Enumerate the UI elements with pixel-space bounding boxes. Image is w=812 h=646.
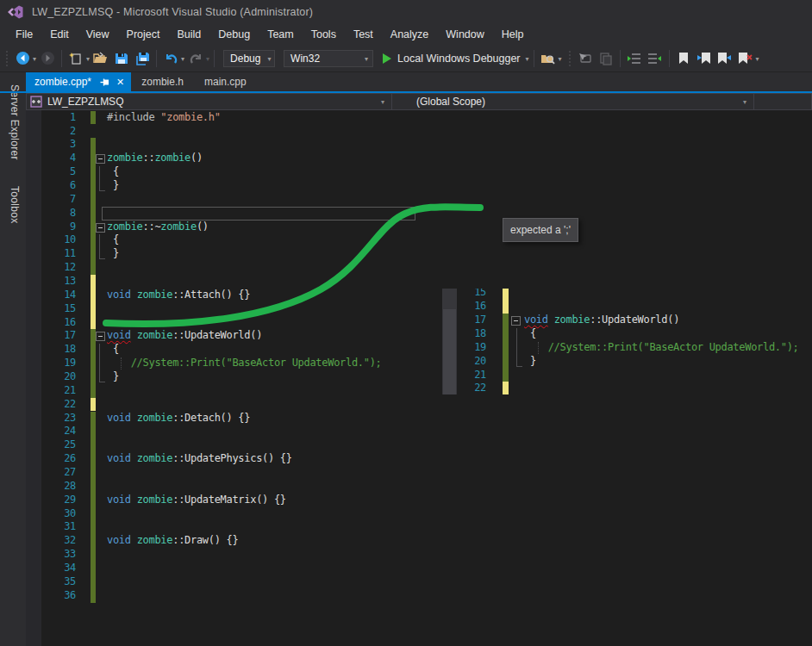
code-line-10[interactable]: 10 {: [26, 233, 812, 247]
code-line-2[interactable]: 2: [26, 125, 812, 139]
code-line-30[interactable]: 30: [26, 507, 812, 521]
fold-collapse-icon[interactable]: [96, 223, 105, 233]
redo-dropdown[interactable]: ▾: [206, 55, 209, 63]
menu-window[interactable]: Window: [437, 26, 492, 43]
code-line-9[interactable]: 9zombie::~zombie(): [26, 221, 812, 234]
code-line-29[interactable]: 29void zombie::UpdateMatrix() {}: [26, 494, 812, 507]
menu-edit[interactable]: Edit: [41, 26, 78, 43]
menu-project[interactable]: Project: [118, 26, 169, 43]
bookmark-toggle-button[interactable]: [674, 48, 693, 69]
indent-increase-button[interactable]: [646, 48, 665, 69]
menu-build[interactable]: Build: [168, 26, 209, 43]
token: void: [107, 289, 131, 301]
code-line-1[interactable]: 1#include "zombie.h": [26, 111, 812, 125]
toolbar-grip[interactable]: [566, 51, 575, 66]
fold-collapse-icon[interactable]: [96, 332, 105, 341]
bookmark-clear-button[interactable]: [736, 48, 755, 69]
code-line-20[interactable]: 20 }: [442, 355, 812, 369]
navigate-back-button[interactable]: [13, 48, 32, 69]
menu-analyze[interactable]: Analyze: [382, 26, 437, 43]
code-line-22[interactable]: 22: [26, 398, 812, 412]
code-line-6[interactable]: 6 }: [26, 179, 812, 193]
sidebar-item-server-explorer[interactable]: Server Explorer: [0, 76, 26, 169]
code-line-21[interactable]: 21: [442, 369, 812, 382]
bookmark-next-button[interactable]: [715, 48, 734, 69]
code-line-28[interactable]: 28: [26, 480, 812, 494]
brace-scope-line: [99, 234, 100, 258]
code-line-16[interactable]: 16: [442, 300, 812, 314]
code-line-15[interactable]: 15: [442, 289, 812, 300]
code-line-22[interactable]: 22: [442, 382, 812, 394]
solution-config-combo[interactable]: Debug ▾: [223, 50, 275, 67]
code-line-23[interactable]: 23void zombie::Detach() {}: [26, 412, 812, 425]
code-line-32[interactable]: 32void zombie::Draw() {}: [26, 534, 812, 548]
code-line-13[interactable]: 13: [26, 275, 812, 289]
platform-combo[interactable]: Win32 ▾: [284, 50, 373, 67]
token: }: [107, 179, 119, 191]
sidebar-item-toolbox[interactable]: Toolbox: [0, 177, 26, 232]
indent-decrease-button[interactable]: [625, 48, 644, 69]
code-line-5[interactable]: 5 {: [26, 165, 812, 179]
code-text: void zombie::Attach() {}: [107, 289, 250, 301]
code-line-31[interactable]: 31: [26, 520, 812, 534]
menu-help[interactable]: Help: [493, 26, 533, 43]
quick-info-button[interactable]: [597, 48, 615, 69]
code-text: zombie::zombie(): [107, 152, 203, 164]
redo-button[interactable]: [186, 48, 205, 69]
code-line-11[interactable]: 11 }: [26, 247, 812, 261]
code-line-26[interactable]: 26void zombie::UpdatePhysics() {}: [26, 452, 812, 466]
code-line-12[interactable]: 12: [26, 261, 812, 275]
undo-dropdown[interactable]: ▾: [181, 55, 184, 63]
code-line-24[interactable]: 24: [26, 425, 812, 438]
code-line-27[interactable]: 27: [26, 466, 812, 480]
code-line-17[interactable]: 17void zombie::UpdateWorld(): [442, 314, 812, 327]
chevron-down-icon: ▾: [526, 55, 529, 63]
token: [131, 494, 137, 506]
code-line-7[interactable]: 7: [26, 193, 812, 207]
menu-debug[interactable]: Debug: [209, 26, 259, 43]
code-line-34[interactable]: 34: [26, 562, 812, 575]
scope-combo[interactable]: (Global Scope) ▾: [392, 93, 754, 110]
pin-icon[interactable]: [100, 78, 109, 87]
menu-tools[interactable]: Tools: [303, 26, 345, 43]
undo-button[interactable]: [161, 48, 180, 69]
code-line-25[interactable]: 25: [26, 438, 812, 452]
fold-collapse-icon[interactable]: [96, 154, 105, 164]
token: ::UpdateWorld(): [590, 314, 679, 326]
find-in-files-button[interactable]: [539, 48, 558, 69]
code-line-19[interactable]: 19 //System::Print("BaseActor UpdateWorl…: [442, 341, 812, 355]
new-item-button[interactable]: [66, 48, 85, 69]
code-line-3[interactable]: 3: [26, 138, 812, 152]
menu-test[interactable]: Test: [345, 26, 382, 43]
navigate-forward-button[interactable]: [38, 48, 57, 69]
code-line-33[interactable]: 33: [26, 548, 812, 562]
project-scope-combo[interactable]: LW_EZPZLMSQ ▾: [26, 93, 392, 110]
fold-collapse-icon[interactable]: [511, 316, 521, 326]
menu-view[interactable]: View: [78, 26, 118, 43]
menu-file[interactable]: File: [7, 26, 41, 43]
code-editor[interactable]: 1#include "zombie.h"234zombie::zombie()5…: [26, 110, 812, 646]
menu-team[interactable]: Team: [259, 26, 303, 43]
bookmark-previous-button[interactable]: [695, 48, 714, 69]
code-line-35[interactable]: 35: [26, 575, 812, 589]
open-file-button[interactable]: [91, 48, 110, 69]
new-item-dropdown[interactable]: ▾: [86, 55, 90, 63]
tab-zombie-cpp-[interactable]: zombie.cpp*✕: [26, 72, 131, 91]
save-button[interactable]: [112, 48, 131, 69]
tab-zombie-h[interactable]: zombie.h: [131, 72, 194, 91]
start-debug-button[interactable]: Local Windows Debugger ▾: [382, 49, 529, 68]
code-line-36[interactable]: 36: [26, 589, 812, 603]
close-icon[interactable]: ✕: [116, 77, 124, 88]
toolbar-overflow-button[interactable]: ▾: [559, 55, 562, 63]
token: ::Attach() {}: [172, 289, 250, 301]
text-editor-overflow-button[interactable]: ▾: [756, 55, 759, 63]
member-list-button[interactable]: [576, 48, 595, 69]
code-line-4[interactable]: 4zombie::zombie(): [26, 152, 812, 165]
tab-main-cpp[interactable]: main.cpp: [194, 72, 257, 91]
member-combo[interactable]: [754, 93, 812, 110]
code-line-18[interactable]: 18 {: [442, 327, 812, 341]
code-text: //System::Print("BaseActor UpdateWorld."…: [524, 341, 799, 353]
toolbar-grip[interactable]: [3, 51, 12, 66]
navigate-back-dropdown[interactable]: ▾: [33, 55, 36, 63]
save-all-button[interactable]: [133, 48, 152, 69]
